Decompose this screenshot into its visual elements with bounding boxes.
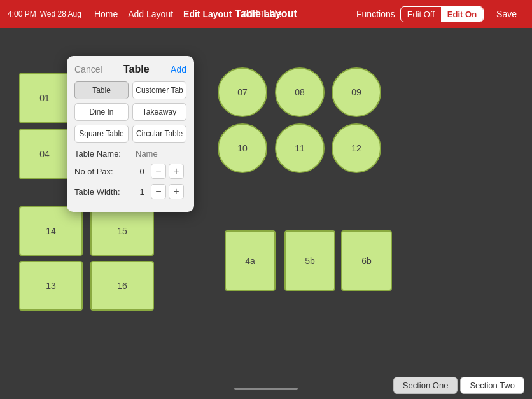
popup-btn-dine-in[interactable]: Dine In xyxy=(74,103,129,121)
main-area: 01 04 14 15 13 16 4a 5b 6b 07 08 09 10 1… xyxy=(0,28,532,399)
add-table-popup: Cancel Table Add Table Customer Tab Dine… xyxy=(67,56,194,212)
popup-btn-square-table[interactable]: Square Table xyxy=(74,125,129,143)
table-07[interactable]: 07 xyxy=(218,67,267,117)
nav-add-layout[interactable]: Add Layout xyxy=(128,9,173,19)
bottombar: Section One Section Two xyxy=(0,371,532,399)
popup-btn-takeaway[interactable]: Takeaway xyxy=(132,103,186,121)
table-08[interactable]: 08 xyxy=(275,67,325,117)
popup-header: Cancel Table Add xyxy=(74,64,186,75)
table-04[interactable]: 04 xyxy=(19,129,70,179)
section-two-tab[interactable]: Section Two xyxy=(460,377,524,394)
popup-cancel-button[interactable]: Cancel xyxy=(74,64,102,74)
time: 4:00 PM xyxy=(8,10,36,18)
table-10[interactable]: 10 xyxy=(218,123,267,173)
nav-edit-layout[interactable]: Edit Layout xyxy=(183,9,232,19)
topbar-right: Functions Edit Off Edit On Save xyxy=(356,6,524,22)
pax-decrement-button[interactable]: − xyxy=(151,164,166,179)
edit-on-button[interactable]: Edit On xyxy=(441,7,483,22)
popup-btn-customer-tab[interactable]: Customer Tab xyxy=(132,81,186,99)
table-6b[interactable]: 6b xyxy=(341,230,392,291)
functions-label[interactable]: Functions xyxy=(356,9,395,19)
width-value: 1 xyxy=(136,187,148,197)
table-14[interactable]: 14 xyxy=(19,206,83,256)
table-11[interactable]: 11 xyxy=(275,123,325,173)
table-5b[interactable]: 5b xyxy=(284,230,335,291)
pax-label: No of Pax: xyxy=(74,167,132,176)
popup-type-grid: Table Customer Tab Dine In Takeaway Squa… xyxy=(74,81,186,143)
width-decrement-button[interactable]: − xyxy=(151,184,166,199)
page-title: Table Layout xyxy=(235,8,297,20)
popup-btn-table[interactable]: Table xyxy=(74,81,129,99)
width-label: Table Width: xyxy=(74,187,132,197)
topbar: 4:00 PM Wed 28 Aug Home Add Layout Edit … xyxy=(0,0,532,28)
table-01[interactable]: 01 xyxy=(19,73,70,123)
popup-table-name-field: Table Name: xyxy=(74,149,186,158)
popup-title: Table xyxy=(123,64,150,75)
table-4a[interactable]: 4a xyxy=(225,230,276,291)
nav-home[interactable]: Home xyxy=(94,9,118,19)
edit-toggle-group: Edit Off Edit On xyxy=(400,6,484,22)
table-09[interactable]: 09 xyxy=(332,67,381,117)
table-16[interactable]: 16 xyxy=(90,261,154,311)
scroll-indicator xyxy=(234,388,298,390)
date: Wed 28 Aug xyxy=(40,10,81,18)
save-button[interactable]: Save xyxy=(489,6,524,22)
width-increment-button[interactable]: + xyxy=(169,184,184,199)
table-name-input[interactable] xyxy=(136,149,242,158)
edit-off-button[interactable]: Edit Off xyxy=(401,7,441,22)
pax-stepper: 0 − + xyxy=(136,164,184,179)
table-13[interactable]: 13 xyxy=(19,261,83,311)
popup-width-field: Table Width: 1 − + xyxy=(74,184,186,199)
section-one-tab[interactable]: Section One xyxy=(393,377,458,394)
pax-value: 0 xyxy=(136,167,148,176)
table-name-label: Table Name: xyxy=(74,149,132,158)
popup-btn-circular-table[interactable]: Circular Table xyxy=(132,125,186,143)
popup-add-button[interactable]: Add xyxy=(171,64,186,74)
width-stepper: 1 − + xyxy=(136,184,184,199)
table-15[interactable]: 15 xyxy=(90,206,154,256)
section-tabs: Section One Section Two xyxy=(393,377,524,394)
table-12[interactable]: 12 xyxy=(332,123,381,173)
popup-pax-field: No of Pax: 0 − + xyxy=(74,164,186,179)
status-bar: 4:00 PM Wed 28 Aug xyxy=(8,10,81,18)
pax-increment-button[interactable]: + xyxy=(169,164,184,179)
